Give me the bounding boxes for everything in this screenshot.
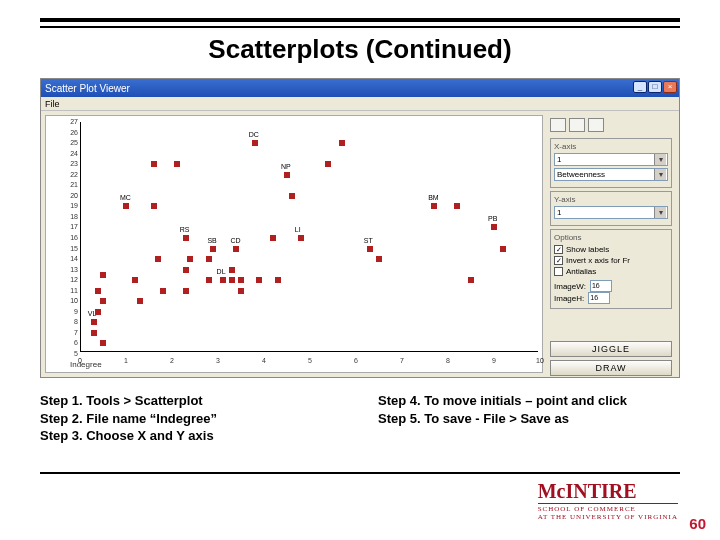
- xaxis-dropdown-1[interactable]: 1: [554, 153, 668, 166]
- data-point[interactable]: [137, 298, 143, 304]
- ytick: 11: [54, 287, 78, 294]
- data-point[interactable]: [233, 246, 239, 252]
- data-point[interactable]: [220, 277, 226, 283]
- xaxis-label: X-axis: [554, 142, 668, 151]
- data-point[interactable]: [298, 235, 304, 241]
- tool-copy-icon[interactable]: [569, 118, 585, 132]
- data-point[interactable]: [229, 277, 235, 283]
- draw-button[interactable]: DRAW: [550, 360, 672, 376]
- ytick: 21: [54, 181, 78, 188]
- data-point[interactable]: [367, 246, 373, 252]
- data-point[interactable]: [238, 288, 244, 294]
- data-point[interactable]: [289, 193, 295, 199]
- imgw-label: ImageW:: [554, 282, 586, 291]
- yaxis-group: Y-axis 1: [550, 191, 672, 226]
- data-point[interactable]: [325, 161, 331, 167]
- minimize-button[interactable]: _: [633, 81, 647, 93]
- xtick: 7: [400, 357, 404, 364]
- data-point[interactable]: [100, 298, 106, 304]
- yaxis-dropdown-1[interactable]: 1: [554, 206, 668, 219]
- ytick: 27: [54, 118, 78, 125]
- ytick: 19: [54, 202, 78, 209]
- data-point-label[interactable]: ST: [364, 237, 373, 244]
- ytick: 23: [54, 160, 78, 167]
- data-point[interactable]: [91, 330, 97, 336]
- xtick: 3: [216, 357, 220, 364]
- data-point[interactable]: [229, 267, 235, 273]
- tool-save-icon[interactable]: [550, 118, 566, 132]
- data-point[interactable]: [252, 140, 258, 146]
- data-point-label[interactable]: PB: [488, 215, 497, 222]
- data-point-label[interactable]: SB: [207, 237, 216, 244]
- ytick: 15: [54, 245, 78, 252]
- data-point[interactable]: [100, 272, 106, 278]
- data-point[interactable]: [151, 161, 157, 167]
- checkbox-show-labels[interactable]: ✓: [554, 245, 563, 254]
- data-point-label[interactable]: DC: [249, 131, 259, 138]
- checkbox-antialias[interactable]: [554, 267, 563, 276]
- tool-print-icon[interactable]: [588, 118, 604, 132]
- data-point[interactable]: [123, 203, 129, 209]
- tool-row: [547, 115, 675, 135]
- logo-name: McINTIRE: [538, 480, 678, 503]
- data-point[interactable]: [95, 309, 101, 315]
- ytick: 17: [54, 223, 78, 230]
- data-point[interactable]: [183, 288, 189, 294]
- imgw-input[interactable]: 16: [590, 280, 612, 292]
- data-point[interactable]: [256, 277, 262, 283]
- data-point[interactable]: [91, 319, 97, 325]
- data-point-label[interactable]: NP: [281, 163, 291, 170]
- close-button[interactable]: ×: [663, 81, 677, 93]
- ytick: 9: [54, 308, 78, 315]
- data-point[interactable]: [95, 288, 101, 294]
- jiggle-button[interactable]: JIGGLE: [550, 341, 672, 357]
- chart-area[interactable]: Indegree 5678910111213141516171819202122…: [45, 115, 543, 373]
- xaxis-dropdown-2[interactable]: Betweenness: [554, 168, 668, 181]
- data-point-label[interactable]: LI: [295, 226, 301, 233]
- data-point[interactable]: [339, 140, 345, 146]
- ytick: 24: [54, 150, 78, 157]
- xtick: 10: [536, 357, 544, 364]
- xaxis-group: X-axis 1 Betweenness: [550, 138, 672, 188]
- data-point[interactable]: [454, 203, 460, 209]
- data-point-label[interactable]: MC: [120, 194, 131, 201]
- data-point[interactable]: [160, 288, 166, 294]
- data-point[interactable]: [284, 172, 290, 178]
- data-point[interactable]: [132, 277, 138, 283]
- data-point[interactable]: [187, 256, 193, 262]
- maximize-button[interactable]: □: [648, 81, 662, 93]
- data-point[interactable]: [238, 277, 244, 283]
- checkbox-invert-x[interactable]: ✓: [554, 256, 563, 265]
- xtick: 2: [170, 357, 174, 364]
- xtick: 5: [308, 357, 312, 364]
- data-point[interactable]: [376, 256, 382, 262]
- data-point[interactable]: [210, 246, 216, 252]
- x-axis-label: Indegree: [70, 360, 102, 369]
- ytick: 7: [54, 329, 78, 336]
- data-point[interactable]: [183, 267, 189, 273]
- data-point[interactable]: [206, 256, 212, 262]
- data-point-label[interactable]: BM: [428, 194, 439, 201]
- data-point[interactable]: [468, 277, 474, 283]
- menu-file[interactable]: File: [45, 99, 60, 109]
- data-point[interactable]: [100, 340, 106, 346]
- data-point-label[interactable]: CD: [230, 237, 240, 244]
- data-point[interactable]: [151, 203, 157, 209]
- data-point[interactable]: [491, 224, 497, 230]
- data-point[interactable]: [155, 256, 161, 262]
- imgh-input[interactable]: 16: [588, 292, 610, 304]
- data-point[interactable]: [500, 246, 506, 252]
- ytick: 5: [54, 350, 78, 357]
- page-number: 60: [689, 515, 706, 532]
- data-point[interactable]: [270, 235, 276, 241]
- logo: McINTIRE SCHOOL OF COMMERCE AT THE UNIVE…: [538, 480, 678, 521]
- data-point[interactable]: [174, 161, 180, 167]
- steps-left: Step 1. Tools > Scatterplot Step 2. File…: [40, 392, 217, 445]
- data-point[interactable]: [275, 277, 281, 283]
- data-point[interactable]: [206, 277, 212, 283]
- data-point-label[interactable]: RS: [180, 226, 190, 233]
- data-point[interactable]: [431, 203, 437, 209]
- data-point[interactable]: [183, 235, 189, 241]
- y-axis: [80, 122, 81, 352]
- data-point-label[interactable]: DL: [217, 268, 226, 275]
